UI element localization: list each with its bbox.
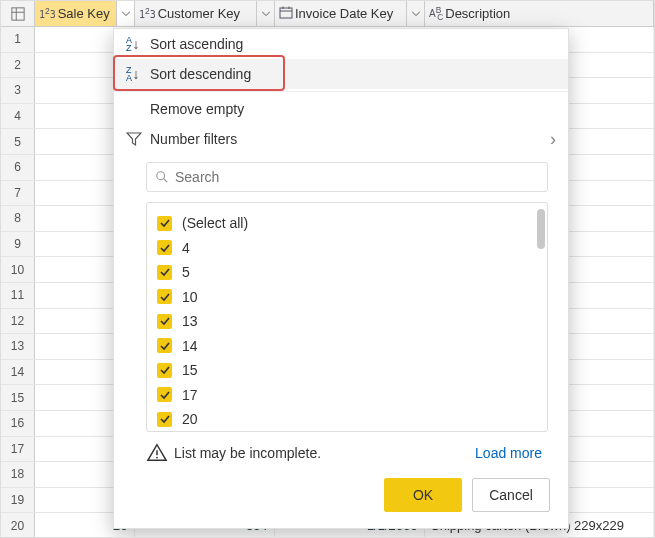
checkbox-checked-icon[interactable] bbox=[157, 338, 172, 353]
checkbox-checked-icon[interactable] bbox=[157, 289, 172, 304]
row-number: 7 bbox=[1, 181, 35, 206]
filter-value-label: 13 bbox=[182, 313, 198, 329]
filter-value-item[interactable]: 14 bbox=[157, 334, 537, 359]
checkbox-checked-icon[interactable] bbox=[157, 387, 172, 402]
checkbox-checked-icon[interactable] bbox=[157, 363, 172, 378]
table-corner-icon[interactable] bbox=[1, 1, 35, 26]
sort-descending-item[interactable]: ZA↓ Sort descending bbox=[114, 59, 568, 89]
row-number: 20 bbox=[1, 513, 35, 538]
search-box[interactable] bbox=[146, 162, 548, 192]
column-header-invoice-date-key[interactable]: Invoice Date Key bbox=[275, 1, 425, 26]
checkbox-checked-icon[interactable] bbox=[157, 412, 172, 427]
menu-separator bbox=[114, 91, 568, 92]
column-label: Invoice Date Key bbox=[295, 6, 393, 21]
column-filter-dropdown-button[interactable] bbox=[116, 1, 134, 26]
filter-value-item[interactable]: (Select all) bbox=[157, 211, 537, 236]
row-number: 10 bbox=[1, 257, 35, 282]
filter-icon bbox=[126, 131, 150, 147]
row-number: 14 bbox=[1, 360, 35, 385]
ok-button[interactable]: OK bbox=[384, 478, 462, 512]
row-number: 16 bbox=[1, 411, 35, 436]
row-number: 5 bbox=[1, 129, 35, 154]
svg-rect-3 bbox=[280, 8, 292, 18]
filter-footer: List may be incomplete. Load more bbox=[114, 432, 568, 478]
type-icon-number: 123 bbox=[39, 6, 56, 20]
filter-value-label: 15 bbox=[182, 362, 198, 378]
sort-descending-icon: ZA↓ bbox=[126, 66, 150, 82]
number-filters-item[interactable]: Number filters › bbox=[114, 124, 568, 154]
load-more-link[interactable]: Load more bbox=[475, 445, 542, 461]
filter-value-label: 5 bbox=[182, 264, 190, 280]
column-label: Sale Key bbox=[58, 6, 110, 21]
svg-point-7 bbox=[157, 172, 165, 180]
filter-value-item[interactable]: 13 bbox=[157, 309, 537, 334]
sort-descending-label: Sort descending bbox=[150, 66, 251, 82]
row-number: 18 bbox=[1, 462, 35, 487]
incomplete-list-text: List may be incomplete. bbox=[174, 445, 321, 461]
type-icon-date bbox=[279, 6, 293, 21]
filter-value-item[interactable]: 17 bbox=[157, 383, 537, 408]
row-number: 13 bbox=[1, 334, 35, 359]
filter-value-item[interactable]: 15 bbox=[157, 358, 537, 383]
row-number: 17 bbox=[1, 437, 35, 462]
type-icon-number: 123 bbox=[139, 6, 156, 20]
filter-value-label: 20 bbox=[182, 411, 198, 427]
filter-value-label: 17 bbox=[182, 387, 198, 403]
filter-value-item[interactable]: 10 bbox=[157, 285, 537, 310]
filter-value-item[interactable]: 4 bbox=[157, 236, 537, 261]
checkbox-checked-icon[interactable] bbox=[157, 265, 172, 280]
filter-value-label: 4 bbox=[182, 240, 190, 256]
remove-empty-item[interactable]: Remove empty bbox=[114, 94, 568, 124]
chevron-right-icon: › bbox=[550, 129, 556, 150]
number-filters-label: Number filters bbox=[150, 131, 237, 147]
column-filter-dropdown-button[interactable] bbox=[406, 1, 424, 26]
filter-value-label: 14 bbox=[182, 338, 198, 354]
svg-line-8 bbox=[164, 179, 168, 183]
sort-ascending-icon: AZ↓ bbox=[126, 36, 150, 52]
svg-point-10 bbox=[156, 457, 158, 459]
column-header-customer-key[interactable]: 123 Customer Key bbox=[135, 1, 275, 26]
row-number: 19 bbox=[1, 488, 35, 513]
filter-value-label: 10 bbox=[182, 289, 198, 305]
column-header-description[interactable]: ABC Description bbox=[425, 1, 654, 26]
row-number: 9 bbox=[1, 232, 35, 257]
row-number: 11 bbox=[1, 283, 35, 308]
column-label: Customer Key bbox=[158, 6, 240, 21]
search-input[interactable] bbox=[175, 169, 539, 185]
search-icon bbox=[155, 170, 169, 184]
sort-ascending-label: Sort ascending bbox=[150, 36, 243, 52]
filter-values-list[interactable]: (Select all)45101314151720 bbox=[147, 203, 547, 432]
type-icon-text: ABC bbox=[429, 5, 443, 22]
column-label: Description bbox=[445, 6, 510, 21]
checkbox-checked-icon[interactable] bbox=[157, 314, 172, 329]
row-number: 3 bbox=[1, 78, 35, 103]
filter-value-item[interactable]: 20 bbox=[157, 407, 537, 432]
row-number: 4 bbox=[1, 104, 35, 129]
scrollbar-thumb[interactable] bbox=[537, 209, 545, 249]
svg-rect-0 bbox=[11, 7, 23, 19]
checkbox-checked-icon[interactable] bbox=[157, 216, 172, 231]
sort-ascending-item[interactable]: AZ↓ Sort ascending bbox=[114, 29, 568, 59]
checkbox-checked-icon[interactable] bbox=[157, 240, 172, 255]
cancel-button[interactable]: Cancel bbox=[472, 478, 550, 512]
remove-empty-label: Remove empty bbox=[150, 101, 244, 117]
filter-value-label: (Select all) bbox=[182, 215, 248, 231]
row-number: 1 bbox=[1, 27, 35, 52]
column-header-row: 123 Sale Key 123 Customer Key Invoice Da… bbox=[1, 1, 654, 27]
dialog-button-row: OK Cancel bbox=[114, 478, 568, 528]
row-number: 15 bbox=[1, 385, 35, 410]
row-number: 6 bbox=[1, 155, 35, 180]
row-number: 8 bbox=[1, 206, 35, 231]
filter-value-item[interactable]: 5 bbox=[157, 260, 537, 285]
row-number: 12 bbox=[1, 309, 35, 334]
column-filter-panel: AZ↓ Sort ascending ZA↓ Sort descending R… bbox=[113, 28, 569, 529]
row-number: 2 bbox=[1, 53, 35, 78]
column-filter-dropdown-button[interactable] bbox=[256, 1, 274, 26]
warning-icon bbox=[146, 442, 168, 464]
filter-values-box: (Select all)45101314151720 bbox=[146, 202, 548, 432]
column-header-sale-key[interactable]: 123 Sale Key bbox=[35, 1, 135, 26]
